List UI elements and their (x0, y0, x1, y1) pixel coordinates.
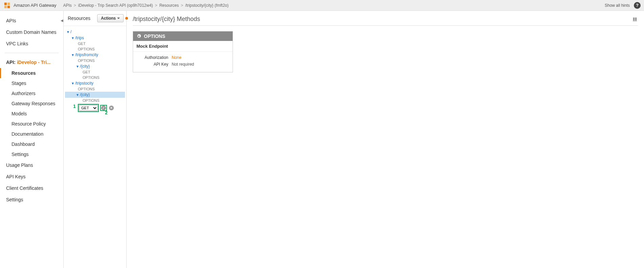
sidebar-item-global-settings[interactable]: Settings (0, 194, 63, 205)
options-card[interactable]: OPTIONS Mock Endpoint Authorization None… (133, 31, 233, 72)
authorization-key: Authorization (138, 55, 168, 60)
chevron-right-icon: > (155, 3, 157, 8)
tree-tripsfromcity[interactable]: ▼ /tripsfromcity (65, 52, 125, 58)
main-header: /tripstocity/{city} Methods (133, 16, 638, 26)
tree-tripsfromcity-city-options[interactable]: OPTIONS (65, 75, 125, 80)
tree-tripstocity-city[interactable]: ▼ /{city} (65, 92, 125, 98)
method-label: OPTIONS (77, 47, 95, 51)
tree-trips-options[interactable]: OPTIONS (65, 46, 125, 52)
apikey-key: API Key (138, 62, 168, 67)
actions-label: Actions (101, 16, 116, 21)
help-icon[interactable]: ? (634, 2, 641, 9)
tree-tripsfromcity-city[interactable]: ▼ /{city} (65, 63, 125, 69)
authorization-row: Authorization None (138, 55, 228, 60)
sidebar-item-dashboard[interactable]: Dashboard (0, 139, 63, 149)
chevron-right-icon: > (181, 3, 183, 8)
caret-down-icon: ▼ (66, 30, 70, 34)
sidebar-item-resources[interactable]: Resources (0, 68, 63, 78)
tree-root[interactable]: ▼ / (65, 29, 125, 35)
sidebar: ◀ APIs Custom Domain Names VPC Links API… (0, 11, 64, 268)
sidebar-item-vpc-links[interactable]: VPC Links (0, 38, 63, 49)
apikey-value: Not required (172, 62, 194, 67)
sidebar-api-label: API: iDevelop - Tri... (0, 57, 63, 68)
hint-dot-icon (125, 17, 128, 20)
sidebar-item-stages[interactable]: Stages (0, 78, 63, 88)
caret-down-icon: ▼ (71, 82, 75, 85)
method-label: GET (77, 42, 86, 46)
svg-rect-2 (4, 5, 7, 8)
method-label: OPTIONS (77, 59, 95, 63)
api-name: iDevelop - Tri... (17, 60, 51, 65)
caret-down-icon: ▼ (76, 65, 80, 68)
tree-trips-get[interactable]: GET (65, 41, 125, 46)
tree-tripsfromcity-options[interactable]: OPTIONS (65, 58, 125, 63)
tree-tripsfromcity-city-get[interactable]: GET (65, 69, 125, 75)
sidebar-item-settings[interactable]: Settings (0, 149, 63, 159)
page-title: /tripstocity/{city} Methods (133, 16, 200, 23)
gear-icon (136, 34, 141, 39)
breadcrumb-apis[interactable]: APIs (63, 3, 71, 8)
cancel-method-button[interactable]: ✕ (109, 106, 114, 110)
sidebar-item-client-certificates[interactable]: Client Certificates (0, 182, 63, 194)
svg-rect-0 (4, 2, 7, 5)
card-subtitle: Mock Endpoint (133, 41, 233, 52)
chevron-right-icon: > (74, 3, 76, 8)
show-hints-link[interactable]: Show all hints (605, 3, 630, 8)
breadcrumb-path[interactable]: /tripstocity/{city} (fmft2o) (185, 3, 229, 8)
card-body: Authorization None API Key Not required (133, 52, 233, 72)
sidebar-item-api-keys[interactable]: API Keys (0, 171, 63, 182)
method-select[interactable]: GET (79, 105, 98, 111)
tree-label: / (70, 29, 71, 34)
resources-panel: Resources Actions ▼ / ▼ /trips GET OPTIO… (64, 11, 127, 268)
service-name: Amazon API Gateway (14, 3, 56, 8)
method-label: OPTIONS (77, 87, 95, 91)
documentation-icon[interactable] (632, 17, 638, 22)
tree-trips[interactable]: ▼ /trips (65, 35, 125, 41)
caret-down-icon: ▼ (76, 93, 80, 97)
method-select-highlight: GET (78, 104, 99, 112)
apikey-row: API Key Not required (138, 62, 228, 67)
resources-title: Resources (68, 16, 90, 21)
authorization-value: None (172, 55, 181, 60)
annotation-1: 1 (73, 104, 76, 109)
caret-down-icon: ▼ (71, 53, 75, 57)
sidebar-item-models[interactable]: Models (0, 109, 63, 119)
new-method-form: 1 GET ✓ ✕ 2 (65, 103, 125, 113)
api-prefix: API: (6, 60, 16, 65)
confirm-method-button[interactable]: ✓ (101, 106, 106, 110)
aws-service-icon (3, 2, 11, 9)
tree-label: /{city} (80, 92, 90, 97)
breadcrumb: APIs > iDevelop - Trip Search API (op9h7… (63, 3, 229, 8)
sidebar-item-authorizers[interactable]: Authorizers (0, 88, 63, 98)
resources-header: Resources Actions (64, 11, 126, 26)
svg-rect-1 (7, 2, 10, 5)
sidebar-item-custom-domains[interactable]: Custom Domain Names (0, 26, 63, 38)
sidebar-item-gateway-responses[interactable]: Gateway Responses (0, 98, 63, 109)
svg-rect-3 (7, 5, 10, 8)
actions-button[interactable]: Actions (97, 14, 124, 22)
tree-tripstocity-city-options[interactable]: OPTIONS (65, 98, 125, 103)
tree-label: /{city} (80, 64, 90, 69)
tree-label: /trips (75, 36, 84, 40)
divider (5, 53, 59, 53)
sidebar-item-usage-plans[interactable]: Usage Plans (0, 159, 63, 171)
method-label: OPTIONS (82, 98, 100, 103)
card-title: OPTIONS (144, 34, 165, 39)
topbar-right: Show all hints ? (605, 2, 641, 9)
topbar-left: Amazon API Gateway APIs > iDevelop - Tri… (3, 2, 229, 9)
main-content: /tripstocity/{city} Methods OPTIONS Mock… (127, 11, 644, 268)
sidebar-item-resource-policy[interactable]: Resource Policy (0, 119, 63, 129)
caret-down-icon: ▼ (71, 36, 75, 40)
tree-label: /tripstocity (75, 81, 93, 86)
method-label: GET (82, 70, 90, 74)
collapse-sidebar-icon[interactable]: ◀ (60, 18, 64, 23)
top-bar: Amazon API Gateway APIs > iDevelop - Tri… (0, 0, 644, 11)
annotation-2: 2 (105, 110, 108, 115)
breadcrumb-api[interactable]: iDevelop - Trip Search API (op9h7012w4) (78, 3, 153, 8)
resource-tree: ▼ / ▼ /trips GET OPTIONS ▼ /tripsfromcit… (64, 26, 126, 115)
sidebar-item-documentation[interactable]: Documentation (0, 129, 63, 139)
tree-tripstocity[interactable]: ▼ /tripstocity (65, 80, 125, 86)
sidebar-item-apis[interactable]: APIs (0, 15, 63, 26)
breadcrumb-resources[interactable]: Resources (159, 3, 179, 8)
tree-tripstocity-options[interactable]: OPTIONS (65, 86, 125, 92)
